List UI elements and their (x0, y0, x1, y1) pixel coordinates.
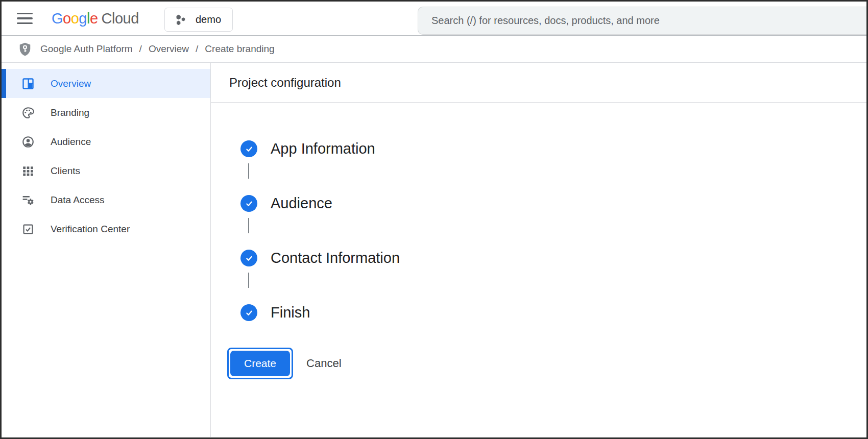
sidebar-item-label: Data Access (51, 194, 105, 206)
step-app-information: App Information (240, 140, 866, 157)
logo-letter: G (52, 10, 63, 27)
stepper-connector (248, 218, 249, 233)
sidebar-item-clients[interactable]: Clients (2, 156, 210, 185)
project-hexagons-icon (174, 13, 187, 27)
checkbox-icon (21, 222, 35, 236)
palette-icon (21, 106, 35, 119)
step-finish: Finish (240, 304, 866, 321)
sidebar-item-audience[interactable]: Audience (2, 127, 210, 156)
google-cloud-logo: GoogleCloud (52, 10, 139, 27)
breadcrumb-separator: / (139, 43, 142, 55)
cancel-button[interactable]: Cancel (306, 357, 341, 370)
sidebar-item-label: Overview (51, 78, 91, 89)
sidebar-item-data-access[interactable]: Data Access (2, 185, 210, 214)
sidebar-item-verification-center[interactable]: Verification Center (2, 214, 210, 243)
project-selector-button[interactable]: demo (164, 8, 233, 32)
hamburger-menu-icon[interactable] (17, 13, 33, 25)
step-label: Finish (271, 304, 310, 321)
breadcrumb-item-google-auth-platform[interactable]: Google Auth Platform (40, 43, 133, 55)
logo-letter: g (79, 10, 87, 27)
breadcrumb-item-overview[interactable]: Overview (149, 43, 189, 55)
sidebar-item-overview[interactable]: Overview (2, 69, 210, 98)
logo-letter: o (71, 10, 79, 27)
page-title: Project configuration (229, 76, 341, 90)
sidebar-item-label: Verification Center (51, 224, 130, 235)
step-completed-check-icon (240, 250, 257, 266)
stepper-connector (248, 163, 249, 179)
google-cloud-console-window: GoogleCloud demo Goog (0, 0, 868, 439)
sidebar-item-branding[interactable]: Branding (2, 98, 210, 127)
stepper-connector (248, 273, 249, 288)
logo-letter: o (63, 10, 71, 27)
top-bar: GoogleCloud demo (2, 2, 866, 36)
content-area: Overview Branding (2, 63, 866, 437)
search-input[interactable] (431, 15, 856, 27)
step-contact-information: Contact Information (240, 250, 866, 266)
logo-cloud-text: Cloud (102, 10, 139, 27)
page-title-band: Project configuration (211, 63, 866, 103)
apps-grid-icon (21, 164, 35, 178)
create-button-focus-ring: Create (227, 348, 293, 379)
logo-letter: e (90, 10, 98, 27)
sidebar-item-label: Branding (51, 107, 89, 118)
overview-icon (21, 77, 35, 90)
step-label: App Information (271, 140, 375, 157)
create-button[interactable]: Create (230, 351, 290, 376)
list-gear-icon (21, 193, 35, 207)
breadcrumb-separator: / (196, 43, 198, 55)
step-label: Contact Information (271, 250, 400, 266)
sidebar-navigation: Overview Branding (2, 63, 211, 437)
auth-platform-shield-key-icon (17, 41, 33, 57)
sidebar-item-label: Audience (51, 136, 91, 148)
project-name: demo (196, 14, 221, 26)
selected-indicator (2, 69, 6, 98)
step-label: Audience (271, 195, 332, 212)
person-icon (21, 135, 35, 149)
breadcrumb: Google Auth Platform / Overview / Create… (2, 36, 866, 63)
sidebar-item-label: Clients (51, 165, 80, 177)
search-bar[interactable] (418, 7, 866, 35)
configuration-stepper: App Information Audience (240, 140, 866, 321)
step-completed-check-icon (240, 195, 257, 212)
main-panel: Project configuration App Information (211, 63, 866, 437)
breadcrumb-item-create-branding: Create branding (205, 43, 274, 55)
step-completed-check-icon (240, 140, 257, 157)
step-completed-check-icon (240, 304, 257, 321)
step-audience: Audience (240, 195, 866, 212)
form-actions: Create Cancel (227, 348, 866, 379)
